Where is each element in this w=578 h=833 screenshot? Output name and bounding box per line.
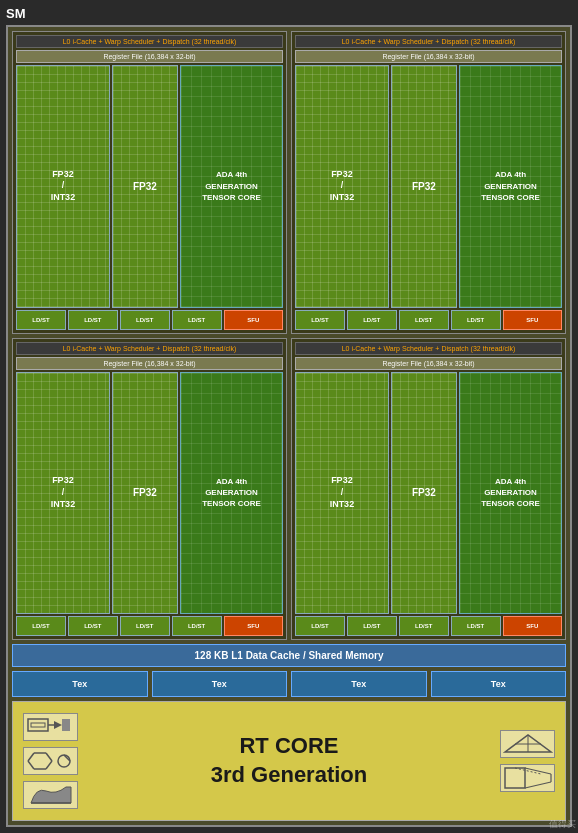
svg-line-19 [525, 782, 551, 788]
rt-core: RT CORE 3rd Generation [12, 701, 566, 821]
bottom-row-br: LD/ST LD/ST LD/ST LD/ST SFU [295, 616, 562, 636]
tensor-core-bl: ADA 4th GENERATION TENSOR CORE [180, 372, 283, 615]
tensor-core-tr: ADA 4th GENERATION TENSOR CORE [459, 65, 562, 308]
watermark: 值得买 [549, 818, 576, 831]
ldst-2-tl: LD/ST [68, 310, 118, 330]
ldst-3-br: LD/ST [399, 616, 449, 636]
svg-rect-4 [62, 719, 70, 731]
sfu-tl: SFU [224, 310, 283, 330]
sub-header-tl: L0 i-Cache + Warp Scheduler + Dispatch (… [16, 35, 283, 48]
tex-3: Tex [291, 671, 427, 697]
fp32-int32-br: FP32 / INT32 [295, 372, 389, 615]
main-container: L0 i-Cache + Warp Scheduler + Dispatch (… [6, 25, 572, 827]
svg-line-9 [46, 753, 52, 761]
rt-icon-mid-left [23, 781, 78, 809]
svg-rect-1 [31, 723, 45, 727]
svg-point-11 [58, 755, 70, 767]
sub-header-bl: L0 i-Cache + Warp Scheduler + Dispatch (… [16, 342, 283, 355]
ldst-4-bl: LD/ST [172, 616, 222, 636]
rt-icon-top-left [23, 713, 78, 741]
ldst-2-tr: LD/ST [347, 310, 397, 330]
bottom-row-tl: LD/ST LD/ST LD/ST LD/ST SFU [16, 310, 283, 330]
ldst-2-br: LD/ST [347, 616, 397, 636]
register-file-tl: Register File (16,384 x 32-bit) [16, 50, 283, 63]
register-file-br: Register File (16,384 x 32-bit) [295, 357, 562, 370]
fp32-tl: FP32 [112, 65, 178, 308]
core-area-tr: FP32 / INT32 FP32 ADA 4th GENERATION TEN… [295, 65, 562, 308]
ldst-1-tl: LD/ST [16, 310, 66, 330]
svg-line-10 [46, 761, 52, 769]
fp32-int32-tl: FP32 / INT32 [16, 65, 110, 308]
ldst-1-bl: LD/ST [16, 616, 66, 636]
tex-4: Tex [431, 671, 567, 697]
ldst-4-tl: LD/ST [172, 310, 222, 330]
ldst-2-bl: LD/ST [68, 616, 118, 636]
rt-core-text: RT CORE 3rd Generation [211, 732, 367, 789]
rt-core-line1: RT CORE [211, 732, 367, 761]
bottom-row-tr: LD/ST LD/ST LD/ST LD/ST SFU [295, 310, 562, 330]
sub-header-tr: L0 i-Cache + Warp Scheduler + Dispatch (… [295, 35, 562, 48]
rt-icon-top-right [500, 730, 555, 758]
svg-line-6 [28, 761, 34, 769]
quad-grid: L0 i-Cache + Warp Scheduler + Dispatch (… [12, 31, 566, 640]
sub-module-top-right: L0 i-Cache + Warp Scheduler + Dispatch (… [291, 31, 566, 334]
svg-marker-3 [54, 721, 62, 729]
rt-right-icons [500, 730, 555, 792]
tensor-core-br: ADA 4th GENERATION TENSOR CORE [459, 372, 562, 615]
ldst-1-tr: LD/ST [295, 310, 345, 330]
fp32-bl: FP32 [112, 372, 178, 615]
register-file-tr: Register File (16,384 x 32-bit) [295, 50, 562, 63]
bottom-row-bl: LD/ST LD/ST LD/ST LD/ST SFU [16, 616, 283, 636]
rt-icon-bottom-left [23, 747, 78, 775]
svg-line-5 [28, 753, 34, 761]
tensor-core-tl: ADA 4th GENERATION TENSOR CORE [180, 65, 283, 308]
fp32-tr: FP32 [391, 65, 457, 308]
sfu-bl: SFU [224, 616, 283, 636]
ldst-3-bl: LD/ST [120, 616, 170, 636]
core-area-tl: FP32 / INT32 FP32 ADA 4th GENERATION TEN… [16, 65, 283, 308]
core-area-bl: FP32 / INT32 FP32 ADA 4th GENERATION TEN… [16, 372, 283, 615]
l1-cache: 128 KB L1 Data Cache / Shared Memory [12, 644, 566, 667]
core-area-br: FP32 / INT32 FP32 ADA 4th GENERATION TEN… [295, 372, 562, 615]
ldst-3-tr: LD/ST [399, 310, 449, 330]
rt-core-line2: 3rd Generation [211, 761, 367, 790]
outer-container: SM L0 i-Cache + Warp Scheduler + Dispatc… [0, 0, 578, 833]
fp32-int32-tr: FP32 / INT32 [295, 65, 389, 308]
ldst-3-tl: LD/ST [120, 310, 170, 330]
sub-module-top-left: L0 i-Cache + Warp Scheduler + Dispatch (… [12, 31, 287, 334]
fp32-br: FP32 [391, 372, 457, 615]
ldst-4-br: LD/ST [451, 616, 501, 636]
ldst-1-br: LD/ST [295, 616, 345, 636]
sub-header-br: L0 i-Cache + Warp Scheduler + Dispatch (… [295, 342, 562, 355]
sub-module-bottom-right: L0 i-Cache + Warp Scheduler + Dispatch (… [291, 338, 566, 641]
svg-line-18 [525, 768, 551, 774]
rt-icon-mid-right [500, 764, 555, 792]
rt-left-icons [23, 713, 78, 809]
sm-label: SM [6, 6, 572, 21]
sfu-br: SFU [503, 616, 562, 636]
tex-1: Tex [12, 671, 148, 697]
register-file-bl: Register File (16,384 x 32-bit) [16, 357, 283, 370]
tex-row: Tex Tex Tex Tex [12, 671, 566, 697]
sub-module-bottom-left: L0 i-Cache + Warp Scheduler + Dispatch (… [12, 338, 287, 641]
ldst-4-tr: LD/ST [451, 310, 501, 330]
tex-2: Tex [152, 671, 288, 697]
sfu-tr: SFU [503, 310, 562, 330]
svg-rect-17 [505, 768, 525, 788]
fp32-int32-bl: FP32 / INT32 [16, 372, 110, 615]
